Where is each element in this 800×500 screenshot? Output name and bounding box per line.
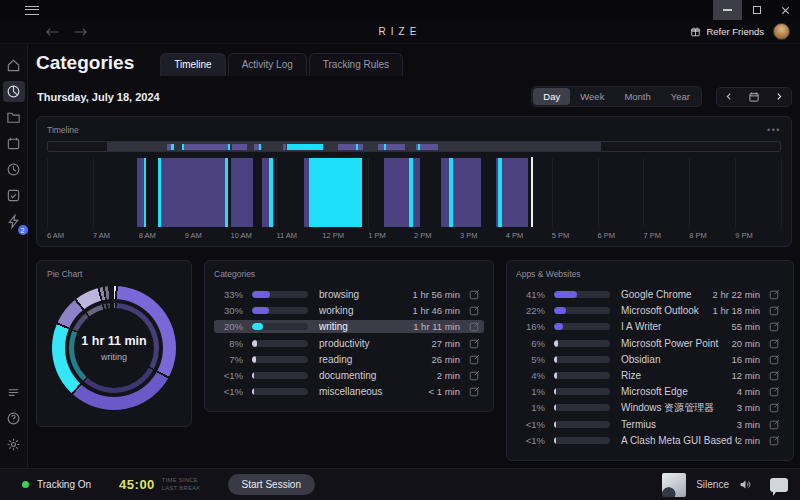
row-edit-button[interactable] (769, 289, 780, 300)
row-percent: 33% (218, 289, 243, 300)
tab-activity-log[interactable]: Activity Log (228, 53, 307, 76)
row-bar-fill (554, 323, 563, 330)
donut-chart[interactable]: 1 hr 11 min writing (52, 286, 176, 410)
prev-day-button[interactable] (717, 88, 741, 105)
row-edit-button[interactable] (769, 419, 780, 430)
sidebar-item-calendar[interactable] (3, 133, 25, 154)
next-day-button[interactable] (767, 88, 791, 105)
timeline-menu-button[interactable]: ••• (767, 125, 781, 135)
content: Categories TimelineActivity LogTracking … (28, 44, 800, 468)
row-edit-button[interactable] (769, 321, 780, 332)
app-row[interactable]: <1%Termius3 min (516, 418, 784, 431)
row-edit-button[interactable] (469, 338, 480, 349)
category-row[interactable]: 30%working1 hr 46 min (214, 304, 484, 317)
sidebar-item-projects[interactable] (3, 107, 25, 128)
sidebar-item-settings[interactable] (3, 434, 25, 455)
row-bar-track (554, 388, 610, 395)
row-percent: <1% (218, 386, 243, 397)
row-edit-button[interactable] (469, 305, 480, 316)
forward-icon[interactable] (73, 26, 88, 38)
app-row[interactable]: 22%Microsoft Outlook1 hr 18 min (516, 304, 784, 317)
app-row[interactable]: 16%I A Writer55 min (516, 320, 784, 333)
maximize-button[interactable] (742, 0, 771, 20)
row-edit-button[interactable] (469, 370, 480, 381)
tab-timeline[interactable]: Timeline (160, 53, 225, 76)
row-edit-button[interactable] (769, 435, 780, 446)
sidebar-item-notifications[interactable]: 2 (3, 211, 25, 232)
row-bar-fill (554, 421, 556, 428)
category-row[interactable]: 20%writing1 hr 11 min (214, 320, 484, 333)
app-row[interactable]: 1%Windows 资源管理器3 min (516, 401, 784, 414)
apps-rows: 41%Google Chrome2 hr 22 min22%Microsoft … (516, 288, 784, 447)
sidebar-item-home[interactable] (3, 55, 25, 76)
timeline-chart[interactable] (47, 158, 781, 227)
sidebar-item-categories[interactable] (3, 81, 25, 102)
row-edit-button[interactable] (769, 386, 780, 397)
gridline (735, 158, 736, 227)
row-percent: 1% (520, 402, 545, 413)
menu-icon[interactable] (25, 6, 39, 15)
row-edit-button[interactable] (469, 354, 480, 365)
date-row: Thursday, July 18, 2024 DayWeekMonthYear (36, 86, 792, 107)
row-name: browsing (319, 289, 412, 300)
range-week[interactable]: Week (570, 88, 614, 105)
sidebar: 2 (0, 44, 28, 468)
app-row[interactable]: 6%Microsoft Power Point20 min (516, 337, 784, 350)
category-row[interactable]: <1%documenting2 min (214, 369, 484, 382)
app-row[interactable]: 41%Google Chrome2 hr 22 min (516, 288, 784, 301)
row-bar-fill (554, 404, 556, 411)
timeline-segment (413, 158, 420, 227)
app-row[interactable]: <1%A Clash Meta GUI Based On Ta...2 min (516, 434, 784, 447)
row-edit-button[interactable] (769, 338, 780, 349)
range-day[interactable]: Day (533, 88, 570, 105)
category-row[interactable]: <1%miscellaneous< 1 min (214, 385, 484, 398)
row-edit-button[interactable] (769, 305, 780, 316)
category-row[interactable]: 33%browsing1 hr 56 min (214, 288, 484, 301)
sidebar-item-activity-log[interactable] (3, 382, 25, 403)
folder-icon (6, 110, 21, 125)
calendar-icon (748, 91, 760, 103)
row-edit-button[interactable] (469, 289, 480, 300)
app-row[interactable]: 4%Rize12 min (516, 369, 784, 382)
row-edit-button[interactable] (769, 370, 780, 381)
hour-label: 7 AM (93, 231, 110, 240)
tracking-label: Tracking On (37, 479, 91, 490)
gridline (368, 158, 369, 227)
range-year[interactable]: Year (661, 88, 700, 105)
row-edit-button[interactable] (469, 386, 480, 397)
timeline-brush[interactable] (47, 141, 781, 152)
row-bar-track (554, 437, 610, 444)
hour-label: 7 PM (643, 231, 661, 240)
minimize-button[interactable] (713, 0, 742, 20)
row-edit-button[interactable] (769, 402, 780, 413)
gridline (781, 158, 782, 227)
row-edit-button[interactable] (469, 321, 480, 332)
user-avatar[interactable] (773, 23, 790, 40)
hour-label: 4 PM (506, 231, 524, 240)
refer-friends-button[interactable]: Refer Friends (690, 26, 764, 38)
close-button[interactable] (771, 0, 800, 20)
row-percent: <1% (520, 419, 545, 430)
range-month[interactable]: Month (614, 88, 660, 105)
tab-tracking-rules[interactable]: Tracking Rules (309, 53, 403, 76)
app-row[interactable]: 1%Microsoft Edge4 min (516, 385, 784, 398)
calendar-picker-button[interactable] (741, 88, 767, 106)
sidebar-item-history[interactable] (3, 159, 25, 180)
edit-icon (469, 370, 480, 381)
row-bar-track (252, 340, 308, 347)
row-edit-button[interactable] (769, 354, 780, 365)
sidebar-item-tasks[interactable] (3, 185, 25, 206)
category-row[interactable]: 8%productivity27 min (214, 337, 484, 350)
app-row[interactable]: 5%Obsidian16 min (516, 353, 784, 366)
start-session-button[interactable]: Start Session (228, 474, 315, 495)
row-bar-fill (252, 372, 254, 379)
sidebar-item-help[interactable] (3, 408, 25, 429)
row-name: miscellaneous (319, 386, 429, 397)
categories-title: Categories (214, 269, 484, 279)
row-percent: 41% (520, 289, 545, 300)
hour-label: 10 AM (231, 231, 252, 240)
speaker-icon[interactable] (739, 478, 752, 491)
category-row[interactable]: 7%reading26 min (214, 353, 484, 366)
chat-bubble-button[interactable] (770, 478, 788, 492)
back-icon[interactable] (45, 26, 60, 38)
